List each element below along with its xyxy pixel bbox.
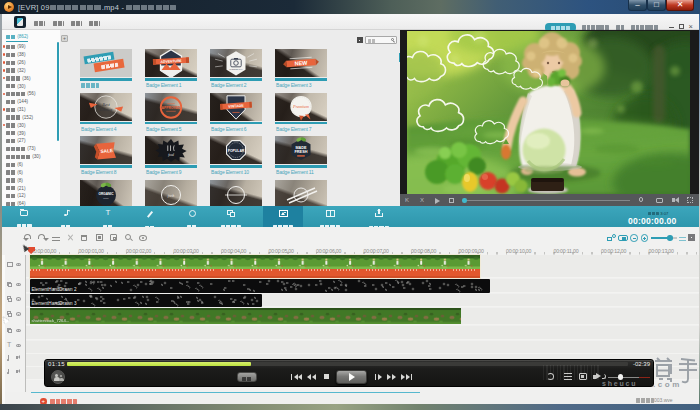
svg-text:PHOTOGRAPHY: PHOTOGRAPHY: [229, 68, 243, 70]
svg-text:Choice: Choice: [100, 107, 112, 112]
svg-text:100%: 100%: [103, 197, 108, 199]
svg-text:fresh: fresh: [168, 193, 175, 197]
svg-text:FRESH: FRESH: [295, 150, 308, 154]
svg-text:POPULAR: POPULAR: [228, 149, 245, 153]
svg-text:NEW: NEW: [294, 60, 308, 67]
svg-text:MADE: MADE: [295, 146, 307, 150]
svg-text:Premium: Premium: [292, 104, 309, 109]
svg-text:food: food: [168, 153, 174, 157]
svg-text:APPROVED: APPROVED: [161, 105, 181, 109]
svg-text:ORGANIC: ORGANIC: [98, 191, 114, 195]
svg-text:Best: Best: [102, 102, 110, 107]
svg-text:SALE: SALE: [100, 148, 113, 154]
